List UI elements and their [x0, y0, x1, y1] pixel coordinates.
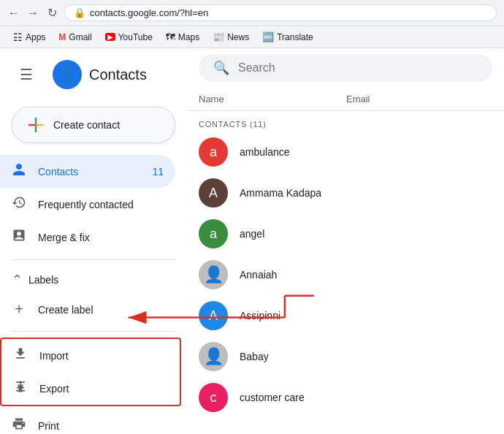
contacts-section-label: CONTACTS (11) [187, 111, 504, 132]
avatar: a [199, 137, 228, 167]
address-bar[interactable]: 🔒 contacts.google.com/?hl=en [64, 4, 497, 21]
contact-name: Annaiah [240, 269, 277, 281]
labels-section-header: ⌃ Labels [0, 266, 187, 294]
news-icon: 📰 [213, 31, 224, 42]
contact-name: Babay [240, 351, 269, 362]
youtube-icon: ▶ [105, 33, 115, 41]
avatar: A [199, 301, 228, 330]
create-label-icon: + [12, 301, 26, 318]
sidebar-header: ☰ 👤 Contacts [0, 54, 187, 101]
contact-row[interactable]: A Assipinni [187, 295, 504, 336]
create-contact-button[interactable]: Create contact [12, 107, 175, 143]
contacts-count-badge: 11 [152, 166, 164, 178]
nav-item-import[interactable]: Import [1, 339, 180, 372]
contact-row[interactable]: 👤 Annaiah [187, 254, 504, 295]
avatar: a [199, 219, 228, 248]
url-text: contacts.google.com/?hl=en [90, 7, 208, 18]
apps-icon: ☷ [13, 31, 23, 43]
bookmarks-bar: ☷ Apps M Gmail ▶ YouTube 🗺 Maps 📰 News 🔤… [0, 26, 504, 48]
bookmark-translate[interactable]: 🔤 Translate [256, 30, 319, 44]
gmail-icon: M [58, 32, 66, 42]
contacts-nav-label: Contacts [38, 166, 78, 178]
back-button[interactable]: ← [7, 7, 20, 20]
main-content: 🔍 Name Email CONTACTS (11) a ambulance A… [187, 48, 504, 433]
contact-row[interactable]: a ambulance [187, 132, 504, 172]
app-logo-circle: 👤 [53, 60, 82, 89]
table-header: Name Email [187, 88, 504, 111]
frequently-contacted-icon [12, 195, 26, 213]
sidebar: ☰ 👤 Contacts Create contact [0, 48, 187, 433]
import-icon [13, 346, 28, 365]
app-title: Contacts [89, 66, 147, 83]
avatar: 👤 [199, 342, 228, 371]
labels-label: Labels [28, 274, 58, 286]
search-input-wrap[interactable]: 🔍 [199, 54, 492, 82]
hamburger-button[interactable]: ☰ [12, 60, 41, 89]
contact-name: angel [240, 228, 264, 240]
nav-item-print[interactable]: Print [0, 409, 175, 433]
avatar: 👤 [199, 260, 228, 289]
nav-item-create-label[interactable]: + Create label [0, 294, 175, 325]
nav-item-frequently-contacted[interactable]: Frequently contacted [0, 188, 175, 221]
forward-button[interactable]: → [26, 7, 39, 20]
create-plus-icon [27, 116, 45, 134]
email-column-header: Email [346, 94, 492, 104]
bookmark-maps[interactable]: 🗺 Maps [160, 30, 205, 44]
avatar: c [199, 383, 228, 412]
merge-fix-icon [12, 228, 26, 246]
browser-toolbar: ← → ↻ 🔒 contacts.google.com/?hl=en [0, 0, 504, 26]
search-input[interactable] [238, 61, 478, 75]
contact-row[interactable]: A Ammama Kadapa [187, 172, 504, 213]
search-bar: 🔍 [187, 48, 504, 88]
contacts-logo: 👤 Contacts [53, 60, 147, 89]
create-label-label: Create label [38, 304, 93, 316]
frequently-contacted-label: Frequently contacted [38, 199, 134, 210]
contact-row[interactable]: c customer care [187, 377, 504, 418]
contact-name: customer care [240, 392, 305, 403]
name-column-header: Name [199, 94, 346, 104]
contact-name: Ammama Kadapa [240, 187, 321, 199]
create-contact-label: Create contact [53, 119, 120, 131]
export-label: Export [39, 383, 69, 395]
nav-item-merge-fix[interactable]: Merge & fix [0, 221, 175, 254]
contact-name: ambulance [240, 146, 290, 158]
lock-icon: 🔒 [74, 7, 85, 18]
nav-item-contacts[interactable]: Contacts 11 [0, 155, 175, 188]
contact-name: Assipinni [240, 310, 280, 321]
bookmark-youtube[interactable]: ▶ YouTube [99, 31, 159, 44]
bookmark-news[interactable]: 📰 News [207, 30, 255, 44]
avatar: A [199, 178, 228, 208]
person-icon: 👤 [58, 65, 77, 84]
maps-icon: 🗺 [166, 31, 175, 42]
print-label: Print [38, 420, 59, 432]
contacts-icon [12, 162, 26, 180]
contact-row[interactable]: 👤 Babay [187, 336, 504, 377]
print-icon [12, 416, 26, 433]
translate-icon: 🔤 [262, 31, 274, 42]
import-export-box: Import Export [0, 338, 181, 406]
contact-row[interactable]: a angel [187, 213, 504, 254]
import-label: Import [39, 350, 69, 362]
nav-item-export[interactable]: Export [1, 372, 180, 405]
export-icon [13, 379, 28, 397]
merge-fix-label: Merge & fix [38, 232, 90, 243]
search-icon: 🔍 [213, 60, 229, 76]
nav-divider-1 [12, 259, 175, 260]
nav-divider-2 [12, 331, 175, 332]
contact-list: a ambulance A Ammama Kadapa a angel 👤 An… [187, 132, 504, 433]
refresh-button[interactable]: ↻ [45, 7, 58, 20]
bookmark-apps[interactable]: ☷ Apps [7, 30, 51, 45]
collapse-icon[interactable]: ⌃ [12, 272, 23, 288]
bookmark-gmail[interactable]: M Gmail [53, 31, 97, 44]
